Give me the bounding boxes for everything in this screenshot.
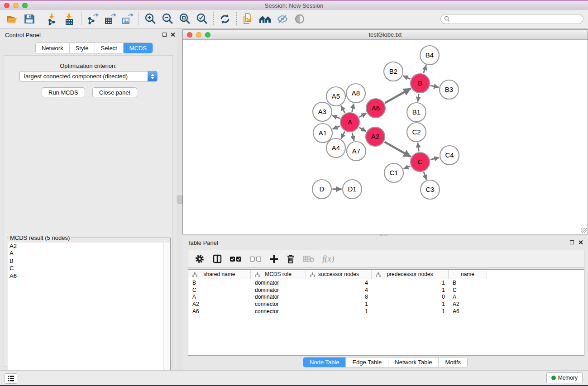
table-cell[interactable]: 1 <box>306 301 372 307</box>
graph-edge[interactable] <box>424 65 426 73</box>
table-cell[interactable]: A <box>449 294 487 300</box>
refresh-icon[interactable] <box>216 11 234 27</box>
graph-node-A3[interactable]: A3 <box>313 102 332 121</box>
table-row[interactable]: A6connector11A6 <box>188 308 584 315</box>
table-cell[interactable]: 8 <box>306 294 372 300</box>
gear-icon[interactable] <box>195 254 205 264</box>
table-cell[interactable]: C <box>188 287 251 293</box>
graph-node-A8[interactable]: A8 <box>346 84 365 103</box>
deselect-all-icon[interactable] <box>250 256 262 262</box>
graph-edge[interactable] <box>430 157 439 159</box>
tab-edge-table[interactable]: Edge Table <box>346 357 388 367</box>
delete-icon[interactable] <box>286 254 295 264</box>
table-row[interactable]: Bdominator41B <box>188 279 584 286</box>
table-cell[interactable]: 1 <box>372 287 449 293</box>
table-cell[interactable]: 1 <box>372 280 449 286</box>
graph-node-C[interactable]: C <box>411 152 430 172</box>
graph-node-A[interactable]: A <box>340 113 359 132</box>
table-row[interactable]: Cdominator41C <box>188 286 584 294</box>
table-cell[interactable]: A <box>188 294 251 300</box>
show-all-icon[interactable] <box>291 11 308 27</box>
select-all-icon[interactable] <box>230 256 242 262</box>
tab-network-table[interactable]: Network Table <box>388 357 439 367</box>
graph-node-C2[interactable]: C2 <box>407 123 426 142</box>
table-cell[interactable]: 1 <box>372 308 449 315</box>
column-header[interactable]: shared name <box>188 270 251 279</box>
graph-edge[interactable] <box>359 113 367 117</box>
graph-node-A7[interactable]: A7 <box>347 142 366 161</box>
table-cell[interactable]: 1 <box>372 301 449 307</box>
export-image-icon[interactable] <box>119 11 136 27</box>
split-column-icon[interactable] <box>212 254 222 264</box>
table-cell[interactable]: 1 <box>306 308 372 315</box>
graph-edge[interactable] <box>418 94 419 101</box>
memory-button[interactable]: Memory <box>546 372 583 383</box>
table-cell[interactable]: connector <box>251 301 306 307</box>
graph-edge[interactable] <box>333 126 340 129</box>
table-cell[interactable]: A6 <box>449 308 487 315</box>
hide-selected-icon[interactable] <box>274 11 291 27</box>
table-row[interactable]: Adominator80A <box>188 294 584 301</box>
tab-mcds[interactable]: MCDS <box>124 43 153 53</box>
table-cell[interactable]: A6 <box>188 308 251 315</box>
mcds-result-item[interactable]: A6 <box>8 272 164 280</box>
zoom-out-icon[interactable] <box>159 11 176 27</box>
task-history-button[interactable] <box>5 373 17 384</box>
close-panel-icon[interactable] <box>578 240 583 245</box>
network-window-titlebar[interactable]: testGlobe.txt <box>183 30 588 40</box>
graph-edge[interactable] <box>404 166 411 169</box>
criterion-select[interactable]: largest connected component (directed) <box>19 71 158 81</box>
run-mcds-button[interactable]: Run MCDS <box>42 87 85 97</box>
graph-edge[interactable] <box>418 143 419 151</box>
column-header[interactable]: name <box>449 270 487 279</box>
float-panel-icon[interactable] <box>570 240 574 244</box>
graph-node-A4[interactable]: A4 <box>326 138 345 157</box>
graph-edge[interactable] <box>359 128 366 132</box>
graph-edge[interactable] <box>332 115 340 118</box>
function-builder-icon[interactable]: f(x) <box>322 254 334 264</box>
network-graph[interactable]: B4B2BB3A8A5A6B1A3AA1C2A2A4A7C4CC1C3DD1 <box>183 40 588 234</box>
table-cell[interactable]: B <box>188 280 251 286</box>
export-network-icon[interactable] <box>84 11 101 27</box>
graph-edge[interactable] <box>424 172 426 180</box>
delete-table-icon[interactable] <box>303 255 315 262</box>
graph-edge[interactable] <box>385 89 411 103</box>
mcds-result-item[interactable]: A <box>8 250 164 257</box>
graph-node-A2[interactable]: A2 <box>366 127 385 146</box>
mcds-result-item[interactable]: C <box>8 265 164 272</box>
graph-node-A6[interactable]: A6 <box>366 99 385 118</box>
resize-grip-icon[interactable] <box>581 228 587 233</box>
table-row[interactable]: A2connector11A2 <box>188 300 584 308</box>
graph-node-A5[interactable]: A5 <box>326 87 345 106</box>
graph-node-D[interactable]: D <box>312 180 331 199</box>
graph-edge[interactable] <box>384 142 411 157</box>
close-panel-button[interactable]: Close panel <box>92 87 137 97</box>
table-cell[interactable]: C <box>449 287 487 293</box>
graph-node-D1[interactable]: D1 <box>343 180 362 199</box>
graph-edge[interactable] <box>352 133 354 141</box>
table-cell[interactable]: dominator <box>251 294 306 300</box>
network-vscrollbar[interactable] <box>177 195 182 204</box>
zoom-in-icon[interactable] <box>142 11 159 27</box>
open-session-icon[interactable] <box>4 11 21 27</box>
zoom-selected-icon[interactable] <box>193 11 210 27</box>
close-panel-icon[interactable] <box>170 32 175 37</box>
graph-node-B2[interactable]: B2 <box>384 62 403 81</box>
mcds-result-item[interactable]: B <box>8 257 164 265</box>
tab-node-table[interactable]: Node Table <box>303 357 346 367</box>
zoom-fit-icon[interactable] <box>176 11 193 27</box>
import-network-icon[interactable] <box>44 11 61 27</box>
graph-node-B[interactable]: B <box>411 74 430 93</box>
column-header[interactable]: successor nodes <box>306 270 372 279</box>
import-table-icon[interactable] <box>61 11 78 27</box>
table-cell[interactable]: connector <box>251 308 306 315</box>
graph-edge[interactable] <box>430 86 439 87</box>
table-cell[interactable]: B <box>449 280 487 286</box>
mcds-result-item[interactable]: A2 <box>8 243 164 250</box>
add-column-icon[interactable] <box>270 255 278 263</box>
graph-node-C3[interactable]: C3 <box>421 180 440 199</box>
table-cell[interactable]: A2 <box>449 301 487 307</box>
table-cell[interactable]: 0 <box>372 294 449 300</box>
save-session-icon[interactable] <box>21 11 38 27</box>
mcds-result-list[interactable]: A2ABCA6 <box>8 243 164 384</box>
